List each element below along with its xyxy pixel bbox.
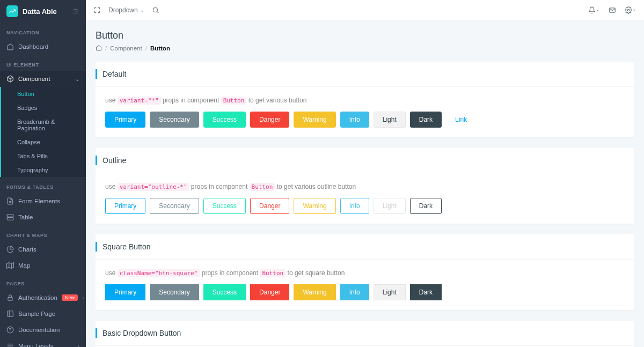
link-button[interactable]: Link xyxy=(446,112,476,128)
sidebar-toggle-icon[interactable] xyxy=(72,8,79,15)
pie-icon xyxy=(6,246,14,253)
nav-item-label: Menu Levels xyxy=(18,343,53,347)
dark-button[interactable]: Dark xyxy=(410,284,442,300)
help-icon xyxy=(6,326,14,334)
svg-point-24 xyxy=(627,9,630,11)
nav-subitem[interactable]: Collapse xyxy=(1,135,86,149)
topbar-dropdown[interactable]: Dropdown ⌄ xyxy=(108,6,144,14)
card-title: Default xyxy=(96,69,625,79)
nav-subitem[interactable]: Button xyxy=(1,87,86,101)
mail-icon[interactable] xyxy=(609,6,616,14)
secondary-button[interactable]: Secondary xyxy=(150,112,199,128)
fullscreen-icon[interactable] xyxy=(93,6,101,14)
svg-rect-7 xyxy=(7,218,13,220)
nav-item[interactable]: Component⌄ xyxy=(0,71,86,87)
nav-submenu: ButtonBadgesBreadcrumb & PaginationColla… xyxy=(0,87,86,177)
nav-item[interactable]: Charts xyxy=(0,241,86,257)
nav-item-label: Documentation xyxy=(18,327,60,333)
dark-button[interactable]: Dark xyxy=(410,198,442,214)
nav-item[interactable]: Map xyxy=(0,257,86,274)
sidebar: Datta Able NAVIGATIONDashboardUI ELEMENT… xyxy=(0,0,86,347)
card-hint: use className="btn-square" props in comp… xyxy=(105,269,625,277)
brand[interactable]: Datta Able xyxy=(0,0,86,23)
nav-item[interactable]: AuthenticationNew› xyxy=(0,290,86,306)
nav-item[interactable]: Sample Page xyxy=(0,306,86,322)
nav-item[interactable]: Documentation xyxy=(0,322,86,338)
chevron-down-icon: ⌄ xyxy=(75,76,79,82)
light-button[interactable]: Light xyxy=(374,112,406,128)
chevron-right-icon: › xyxy=(82,295,84,301)
warning-button[interactable]: Warning xyxy=(294,284,335,300)
breadcrumb-link[interactable]: Component xyxy=(110,45,142,51)
nav-item-label: Dashboard xyxy=(18,43,48,50)
chevron-down-icon: ⌄ xyxy=(140,8,144,13)
page-title: Button xyxy=(96,30,634,41)
light-button[interactable]: Light xyxy=(374,198,406,214)
topbar-dropdown-label: Dropdown xyxy=(108,6,138,14)
success-button[interactable]: Success xyxy=(203,112,246,128)
svg-line-22 xyxy=(157,11,158,13)
card-title: Outline xyxy=(96,156,625,165)
settings-icon[interactable]: ⌄ xyxy=(625,6,636,14)
secondary-button[interactable]: Secondary xyxy=(150,198,199,214)
nav-item-label: Component xyxy=(18,76,50,82)
nav-item[interactable]: Table xyxy=(0,209,86,225)
nav-subitem[interactable]: Tabs & Pills xyxy=(1,149,86,163)
search-icon[interactable] xyxy=(152,6,159,14)
file-icon xyxy=(6,197,14,205)
svg-rect-13 xyxy=(8,297,12,300)
lock-icon xyxy=(6,294,14,301)
brand-icon xyxy=(6,5,18,17)
success-button[interactable]: Success xyxy=(203,284,246,300)
home-icon xyxy=(6,43,14,50)
nav-badge: New xyxy=(62,294,78,301)
success-button[interactable]: Success xyxy=(203,198,246,214)
chevron-right-icon: › xyxy=(78,343,79,348)
card-title: Basic Dropdown Button xyxy=(96,328,625,338)
info-button[interactable]: Info xyxy=(340,284,369,300)
warning-button[interactable]: Warning xyxy=(294,112,335,128)
breadcrumb-current: Button xyxy=(150,45,170,51)
nav-subitem[interactable]: Breadcrumb & Pagination xyxy=(1,115,86,135)
sidebar-icon xyxy=(6,310,14,318)
nav-item[interactable]: Dashboard xyxy=(0,39,86,55)
content: Button / Component / Button Default use … xyxy=(86,20,644,347)
nav-item-label: Form Elements xyxy=(18,198,60,204)
primary-button[interactable]: Primary xyxy=(105,198,145,214)
topbar: Dropdown ⌄ ⌄ ⌄ xyxy=(86,0,644,20)
danger-button[interactable]: Danger xyxy=(250,284,289,300)
dark-button[interactable]: Dark xyxy=(410,112,442,128)
bell-icon[interactable]: ⌄ xyxy=(588,6,600,14)
server-icon xyxy=(6,213,14,221)
box-icon xyxy=(6,75,14,83)
card-square: Square Button use className="btn-square"… xyxy=(96,234,634,310)
card-default: Default use variant="*" props in compone… xyxy=(96,62,634,137)
card-hint: use variant="*" props in component Butto… xyxy=(105,97,625,104)
warning-button[interactable]: Warning xyxy=(294,198,335,214)
card-title: Square Button xyxy=(96,242,625,252)
nav-item[interactable]: Menu Levels› xyxy=(0,338,86,347)
nav-item-label: Table xyxy=(18,214,33,220)
nav-caption: NAVIGATION xyxy=(0,23,86,39)
primary-button[interactable]: Primary xyxy=(105,112,145,128)
nav-caption: CHART & MAPS xyxy=(0,225,86,241)
breadcrumb: / Component / Button xyxy=(96,45,634,52)
secondary-button[interactable]: Secondary xyxy=(150,284,199,300)
nav-item-label: Charts xyxy=(18,246,36,253)
nav-subitem[interactable]: Badges xyxy=(1,101,86,115)
nav-subitem[interactable]: Typography xyxy=(1,163,86,177)
nav-item-label: Sample Page xyxy=(18,311,55,317)
danger-button[interactable]: Danger xyxy=(250,112,289,128)
danger-button[interactable]: Danger xyxy=(250,198,289,214)
svg-marker-10 xyxy=(7,263,14,269)
light-button[interactable]: Light xyxy=(374,284,406,300)
map-icon xyxy=(6,262,14,269)
home-icon[interactable] xyxy=(96,45,102,52)
nav-item[interactable]: Form Elements xyxy=(0,193,86,209)
info-button[interactable]: Info xyxy=(340,198,369,214)
info-button[interactable]: Info xyxy=(340,112,369,128)
brand-name: Datta Able xyxy=(23,8,57,16)
card-hint: use variant="outline-*" props in compone… xyxy=(105,183,625,190)
nav-item-label: Authentication xyxy=(18,294,57,301)
primary-button[interactable]: Primary xyxy=(105,284,145,300)
